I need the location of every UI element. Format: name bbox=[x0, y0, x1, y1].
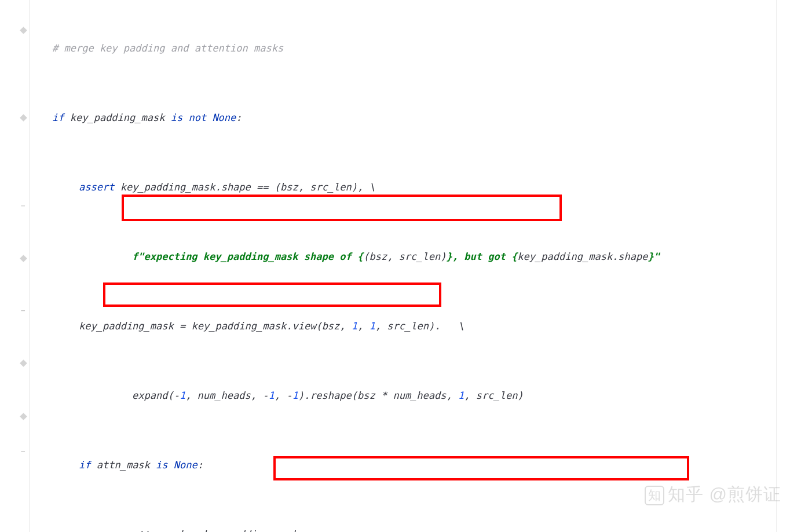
editor-gutter: − − − bbox=[0, 0, 30, 532]
gutter-fold-icon[interactable] bbox=[19, 114, 27, 121]
gutter-fold-icon[interactable] bbox=[19, 27, 27, 34]
code-line: expand(-1, num_heads, -1, -1).reshape(bs… bbox=[30, 387, 776, 404]
gutter-fold-icon[interactable] bbox=[19, 359, 27, 366]
gutter-fold-icon[interactable] bbox=[19, 255, 27, 262]
code-line: if key_padding_mask is not None: bbox=[30, 109, 776, 126]
code-editor[interactable]: # merge key padding and attention masks … bbox=[30, 0, 776, 532]
gutter-collapse-icon[interactable]: − bbox=[19, 203, 27, 210]
code-line: assert key_padding_mask.shape == (bsz, s… bbox=[30, 178, 776, 196]
gutter-fold-icon[interactable] bbox=[19, 413, 27, 420]
code-line: if attn_mask is None: bbox=[30, 456, 776, 474]
gutter-collapse-icon[interactable]: − bbox=[19, 448, 27, 455]
code-line: f"expecting key_padding_mask shape of {(… bbox=[30, 248, 776, 265]
gutter-collapse-icon[interactable]: − bbox=[19, 307, 27, 314]
code-line: key_padding_mask = key_padding_mask.view… bbox=[30, 317, 776, 335]
code-comment: # merge key padding and attention masks bbox=[52, 42, 283, 54]
code-line: attn_mask = key_padding_mask bbox=[30, 526, 776, 532]
editor-right-margin bbox=[776, 0, 777, 532]
